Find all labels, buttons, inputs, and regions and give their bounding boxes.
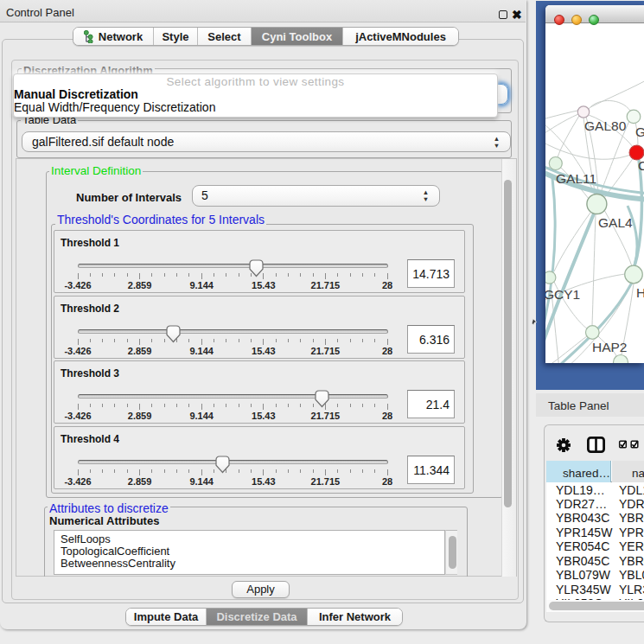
svg-text:H: H xyxy=(636,285,644,300)
svg-text:C: C xyxy=(638,158,644,173)
svg-text:GCY1: GCY1 xyxy=(545,287,580,302)
svg-text:GAL11: GAL11 xyxy=(556,171,596,186)
svg-text:GA: GA xyxy=(635,124,644,139)
svg-text:GAL80: GAL80 xyxy=(584,118,627,133)
svg-text:HAP2: HAP2 xyxy=(592,340,628,354)
svg-text:GAL4: GAL4 xyxy=(598,215,633,230)
